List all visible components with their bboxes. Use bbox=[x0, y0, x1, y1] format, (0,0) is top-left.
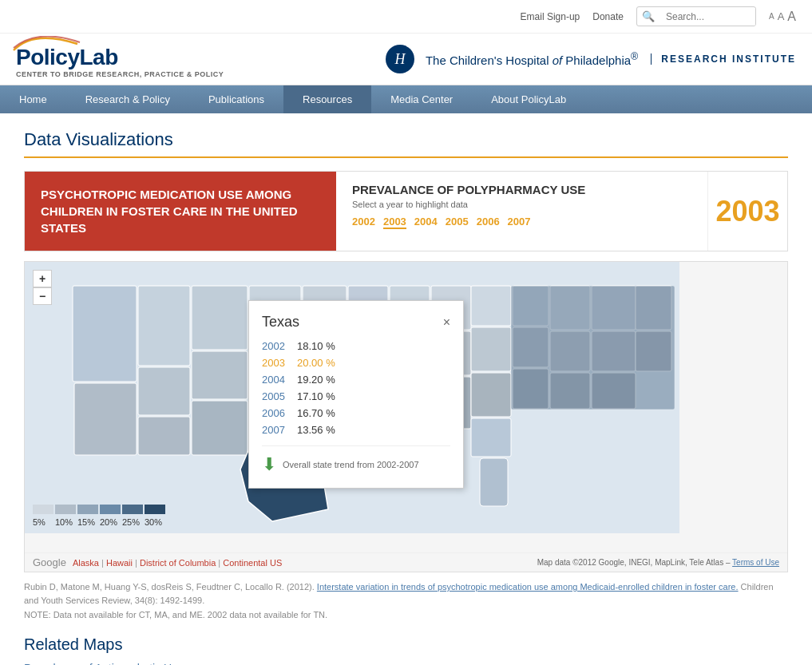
popup-close-button[interactable]: × bbox=[443, 315, 450, 330]
banner-middle-sub: Select a year to highlight data bbox=[352, 200, 691, 209]
top-bar: Email Sign-up Donate 🔍 A A A bbox=[0, 0, 812, 34]
region-links: Alaska | Hawaii | District of Columbia |… bbox=[73, 558, 282, 568]
svg-rect-42 bbox=[511, 286, 675, 410]
popup-year-2002: 2002 bbox=[262, 340, 291, 352]
map-bottom-right: Map data ©2012 Google, INEGI, MapLink, T… bbox=[537, 558, 779, 567]
popup-title: Texas bbox=[262, 314, 299, 331]
chop-logo: H The Children's Hospital of Philadelphi… bbox=[384, 43, 796, 75]
legend-seg-2 bbox=[55, 505, 76, 514]
logo-chop-bar: PolicyLab CENTER TO BRIDGE RESEARCH, PRA… bbox=[0, 34, 812, 85]
top-bar-links: Email Sign-up Donate bbox=[521, 11, 624, 22]
svg-rect-9 bbox=[192, 351, 248, 399]
banner-left: PSYCHOTROPIC MEDICATION USE AMONG CHILDR… bbox=[25, 172, 336, 251]
search-icon[interactable]: 🔍 bbox=[637, 7, 660, 26]
legend-label-10: 10% bbox=[55, 517, 77, 527]
trend-down-icon: ⬇ bbox=[262, 454, 276, 475]
nav-publications[interactable]: Publications bbox=[189, 85, 283, 113]
nav-home[interactable]: Home bbox=[0, 85, 66, 113]
data-note: NOTE: Data not available for CT, MA, and… bbox=[24, 610, 788, 619]
svg-rect-8 bbox=[192, 286, 248, 350]
svg-rect-27 bbox=[471, 327, 511, 371]
font-size-controls: A A A bbox=[769, 10, 796, 24]
dc-link[interactable]: District of Columbia bbox=[140, 558, 216, 568]
popup-trend-text: Overall state trend from 2002-2007 bbox=[283, 460, 419, 469]
year-link-2005[interactable]: 2005 bbox=[446, 216, 469, 229]
legend-labels: 5% 10% 15% 20% 25% 30% bbox=[33, 517, 167, 527]
year-link-2007[interactable]: 2007 bbox=[508, 216, 531, 229]
nav-resources[interactable]: Resources bbox=[283, 85, 371, 113]
svg-text:H: H bbox=[394, 51, 406, 67]
email-signup-link[interactable]: Email Sign-up bbox=[521, 11, 580, 22]
legend-seg-3 bbox=[77, 505, 98, 514]
nav-media[interactable]: Media Center bbox=[371, 85, 472, 113]
nav-research[interactable]: Research & Policy bbox=[66, 85, 189, 113]
hawaii-link[interactable]: Hawaii bbox=[106, 558, 133, 568]
map-bottom-left: Google Alaska | Hawaii | District of Col… bbox=[33, 556, 282, 568]
font-small-btn[interactable]: A bbox=[769, 12, 774, 21]
year-links: 2002 2003 2004 2005 2006 2007 bbox=[352, 216, 691, 229]
popup-year-2005: 2005 bbox=[262, 390, 291, 402]
map-legend: 5% 10% 15% 20% 25% 30% bbox=[33, 505, 167, 527]
legend-label-15: 15% bbox=[77, 517, 100, 527]
alaska-link[interactable]: Alaska bbox=[73, 558, 99, 568]
svg-rect-10 bbox=[192, 401, 248, 455]
zoom-in-button[interactable]: + bbox=[33, 270, 52, 287]
related-maps-title: Related Maps bbox=[24, 635, 788, 654]
state-popup: Texas × 2002 18.10 % 2003 20.00 % 2004 1… bbox=[248, 300, 464, 489]
svg-rect-26 bbox=[471, 286, 511, 326]
citation-link[interactable]: Interstate variation in trends of psycho… bbox=[317, 582, 739, 592]
google-label: Google bbox=[33, 556, 66, 568]
svg-rect-28 bbox=[471, 373, 511, 417]
popup-header: Texas × bbox=[262, 314, 450, 331]
nav-about[interactable]: About PolicyLab bbox=[472, 85, 585, 113]
popup-year-2003: 2003 bbox=[262, 357, 291, 369]
search-box: 🔍 bbox=[636, 6, 756, 26]
page-title: Data Visualizations bbox=[24, 129, 788, 158]
popup-val-2004: 19.20 % bbox=[297, 374, 335, 386]
banner-middle: PREVALANCE OF POLYPHARMACY USE Select a … bbox=[336, 172, 707, 251]
svg-rect-29 bbox=[471, 418, 511, 457]
svg-rect-5 bbox=[138, 286, 190, 366]
popup-row-2003: 2003 20.00 % bbox=[262, 357, 450, 369]
svg-rect-4 bbox=[74, 383, 137, 455]
continental-link[interactable]: Continental US bbox=[223, 558, 282, 568]
legend-bar bbox=[33, 505, 167, 514]
popup-row-2006: 2006 16.70 % bbox=[262, 407, 450, 419]
legend-seg-1 bbox=[33, 505, 53, 514]
popup-row-2004: 2004 19.20 % bbox=[262, 374, 450, 386]
popup-row-2007: 2007 13.56 % bbox=[262, 424, 450, 436]
font-large-btn[interactable]: A bbox=[787, 10, 796, 24]
legend-seg-6 bbox=[145, 505, 165, 514]
popup-val-2007: 13.56 % bbox=[297, 424, 335, 436]
popup-year-2004: 2004 bbox=[262, 374, 291, 386]
zoom-out-button[interactable]: − bbox=[33, 287, 52, 305]
legend-seg-4 bbox=[100, 505, 121, 514]
map-container: + − bbox=[24, 261, 788, 572]
popup-row-2005: 2005 17.10 % bbox=[262, 390, 450, 402]
donate-link[interactable]: Donate bbox=[592, 11, 624, 22]
year-link-2004[interactable]: 2004 bbox=[414, 216, 438, 229]
zoom-controls: + − bbox=[33, 270, 52, 305]
popup-year-2007: 2007 bbox=[262, 424, 291, 436]
logo-arc-svg bbox=[10, 36, 81, 52]
year-link-2003[interactable]: 2003 bbox=[383, 216, 406, 229]
terms-link[interactable]: Terms of Use bbox=[732, 558, 779, 567]
search-input[interactable] bbox=[660, 8, 755, 26]
legend-label-25: 25% bbox=[122, 517, 145, 527]
popup-year-2006: 2006 bbox=[262, 407, 291, 419]
legend-label-20: 20% bbox=[100, 517, 122, 527]
svg-rect-30 bbox=[480, 458, 508, 506]
main-nav: Home Research & Policy Publications Reso… bbox=[0, 85, 812, 113]
year-link-2002[interactable]: 2002 bbox=[352, 216, 375, 229]
citation-prefix: Rubin D, Matone M, Huang Y-S, dosReis S,… bbox=[24, 582, 315, 592]
research-label: RESEARCH INSTITUTE bbox=[651, 53, 796, 65]
year-link-2006[interactable]: 2006 bbox=[477, 216, 500, 229]
popup-val-2005: 17.10 % bbox=[297, 390, 335, 402]
popup-row-2002: 2002 18.10 % bbox=[262, 340, 450, 352]
prevalence-antipsychotic-link[interactable]: Prevalence of Antipsychotic Use » bbox=[24, 662, 193, 665]
banner-middle-title: PREVALANCE OF POLYPHARMACY USE bbox=[352, 183, 691, 196]
banner-row: PSYCHOTROPIC MEDICATION USE AMONG CHILDR… bbox=[24, 171, 788, 251]
font-mid-btn[interactable]: A bbox=[778, 10, 785, 22]
logo-arc: PolicyLab bbox=[16, 40, 224, 70]
map-credit: Map data ©2012 Google, INEGI, MapLink, T… bbox=[537, 558, 723, 567]
